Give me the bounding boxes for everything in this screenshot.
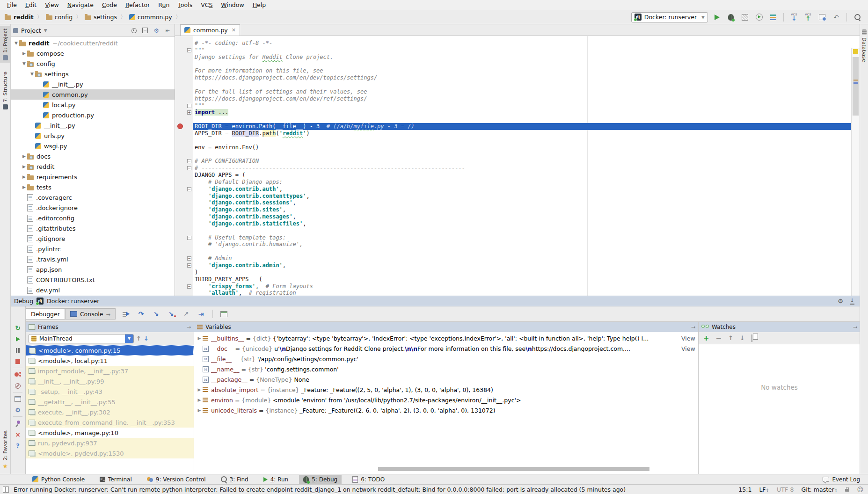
gutter-cell[interactable]: −: [175, 255, 193, 262]
expand-icon[interactable]: ▶: [196, 408, 203, 413]
vcs-update-button[interactable]: VCS↓: [789, 12, 799, 22]
gutter-cell[interactable]: [175, 276, 193, 283]
frames-settings-icon[interactable]: [187, 324, 191, 330]
code-line[interactable]: Django settings for Reddit Clone project…: [175, 54, 852, 61]
tool-tab-todo[interactable]: 6: TODO: [348, 475, 389, 484]
gutter-cell[interactable]: [175, 290, 193, 296]
view-link[interactable]: View: [681, 335, 695, 342]
sidebar-tab-database[interactable]: Database: [860, 27, 868, 65]
fold-marker-icon[interactable]: −: [187, 263, 191, 268]
code-line[interactable]: − # Admin: [175, 255, 852, 262]
gutter-cell[interactable]: [175, 220, 193, 227]
editor-body[interactable]: # -*- coding: utf-8 -*-−"""Django settin…: [175, 36, 860, 296]
code-line[interactable]: [175, 116, 852, 123]
tree-item-compose[interactable]: ▶compose: [10, 48, 175, 58]
tree-collapsed-icon[interactable]: ▶: [21, 185, 27, 189]
gutter-cell[interactable]: −: [175, 283, 193, 290]
gutter-cell[interactable]: [175, 269, 193, 276]
rerun-button[interactable]: ↻: [14, 324, 22, 332]
gutter-cell[interactable]: −: [175, 102, 193, 109]
tree-item-__init__.py[interactable]: __init__.py: [10, 79, 175, 89]
gutter-cell[interactable]: −: [175, 186, 193, 193]
debug-settings-button[interactable]: ⚙: [836, 297, 845, 305]
gutter-cell[interactable]: [175, 179, 193, 186]
concurrency-button[interactable]: [768, 12, 778, 22]
code-line[interactable]: https://docs.djangoproject.com/en/dev/to…: [175, 74, 852, 81]
variable-row[interactable]: ▶absolute_import = {instance} _Feature: …: [194, 385, 698, 395]
code-line[interactable]: −""": [175, 47, 852, 54]
fold-marker-icon[interactable]: −: [187, 166, 191, 170]
inspections-profile-icon[interactable]: ☺: [857, 486, 863, 493]
git-branch-selector[interactable]: Git: master↕: [802, 486, 838, 493]
frame-row[interactable]: <module>, manage.py:10: [26, 428, 194, 438]
code-line[interactable]: 'allauth', # registration: [175, 290, 852, 296]
frame-row[interactable]: <module>, common.py:15: [26, 345, 194, 356]
variable-row[interactable]: ▶environ = {module} <module 'environ' fr…: [194, 395, 698, 405]
force-step-into-button[interactable]: ↘: [166, 309, 176, 319]
gutter-cell[interactable]: [175, 248, 193, 255]
vcs-commit-button[interactable]: VCS↑: [803, 12, 813, 22]
tree-item-wsgi.py[interactable]: wsgi.py: [10, 141, 175, 151]
expand-icon[interactable]: ▶: [196, 398, 203, 402]
code-line[interactable]: # -*- coding: utf-8 -*-: [175, 40, 852, 47]
gutter-cell[interactable]: [175, 123, 193, 130]
frame-row[interactable]: import_module, __init__.py:37: [26, 366, 194, 376]
tree-item-local.py[interactable]: local.py: [10, 100, 175, 110]
menu-run[interactable]: Run: [154, 0, 174, 10]
menu-tools[interactable]: Tools: [174, 0, 197, 10]
remove-watch-button[interactable]: −: [716, 334, 722, 342]
tree-collapsed-icon[interactable]: ▶: [21, 51, 27, 56]
fold-marker-icon[interactable]: −: [187, 256, 191, 261]
code-line[interactable]: [175, 137, 852, 144]
code-line[interactable]: env = environ.Env(): [175, 144, 852, 151]
evaluate-expression-button[interactable]: [219, 309, 229, 319]
debug-button[interactable]: [726, 12, 736, 22]
gutter-cell[interactable]: [175, 54, 193, 61]
code-line[interactable]: 'django.contrib.sessions',: [175, 199, 852, 206]
gutter-cell[interactable]: [175, 213, 193, 220]
code-line[interactable]: − 'crispy_forms', # Form layouts: [175, 283, 852, 290]
tree-item-settings[interactable]: ▼settings: [10, 69, 175, 79]
gutter-cell[interactable]: −: [175, 158, 193, 165]
variable-row[interactable]: 01__doc__ = {unicode} u'\nDjango setting…: [194, 343, 698, 354]
expand-icon[interactable]: ▶: [196, 387, 203, 392]
previous-frame-button[interactable]: ↑: [136, 335, 141, 342]
step-into-button[interactable]: ↘: [151, 309, 161, 319]
code-line[interactable]: For more information on this file, see: [175, 67, 852, 74]
code-line[interactable]: [175, 227, 852, 234]
coverage-button[interactable]: [740, 12, 750, 22]
menu-window[interactable]: Window: [217, 0, 248, 10]
gutter-cell[interactable]: −: [175, 165, 193, 172]
gutter-cell[interactable]: [175, 172, 193, 179]
breadcrumb-reddit[interactable]: reddit: [5, 14, 34, 21]
tree-item-urls.py[interactable]: urls.py: [10, 131, 175, 141]
tree-item-dev.yml[interactable]: dev.yml: [10, 285, 175, 295]
menu-vcs[interactable]: VCS: [197, 0, 217, 10]
fold-marker-icon[interactable]: −: [187, 187, 191, 191]
frame-row[interactable]: _setup, __init__.py:43: [26, 386, 194, 397]
code-line[interactable]: # 'django.contrib.humanize',: [175, 241, 852, 248]
stop-button[interactable]: [14, 357, 22, 365]
gutter-cell[interactable]: −: [175, 262, 193, 269]
tool-tab-find[interactable]: 3: Find: [217, 475, 253, 484]
tree-item-__init__.py[interactable]: __init__.py: [10, 120, 175, 131]
tree-item-.coveragerc[interactable]: .coveragerc: [10, 192, 175, 203]
tree-collapsed-icon[interactable]: ▶: [21, 174, 27, 179]
run-button[interactable]: [712, 12, 722, 22]
tree-item-requirements[interactable]: ▶requirements: [10, 172, 175, 182]
tree-item-app.json[interactable]: app.json: [10, 264, 175, 275]
move-watch-down-button[interactable]: ↓: [740, 334, 745, 341]
watches-settings-icon[interactable]: [853, 324, 857, 330]
sidebar-tab-project[interactable]: 1: Project: [0, 26, 10, 63]
code-line[interactable]: 'django.contrib.staticfiles',: [175, 220, 852, 227]
frame-row[interactable]: __init__, __init__.py:99: [26, 376, 194, 386]
locate-file-button[interactable]: [130, 26, 138, 35]
thread-selector[interactable]: MainThread ▼: [29, 334, 134, 343]
code-line[interactable]: # Default Django apps:: [175, 179, 852, 186]
mute-breakpoints-button[interactable]: [14, 382, 22, 390]
frame-row[interactable]: run, pydevd.py:937: [26, 438, 194, 448]
variable-row[interactable]: ▶unicode_literals = {instance} _Feature:…: [194, 405, 698, 415]
gutter-cell[interactable]: [175, 144, 193, 151]
tree-item-reddit[interactable]: ▶reddit: [10, 161, 175, 172]
frame-row[interactable]: <module>, local.py:11: [26, 356, 194, 366]
